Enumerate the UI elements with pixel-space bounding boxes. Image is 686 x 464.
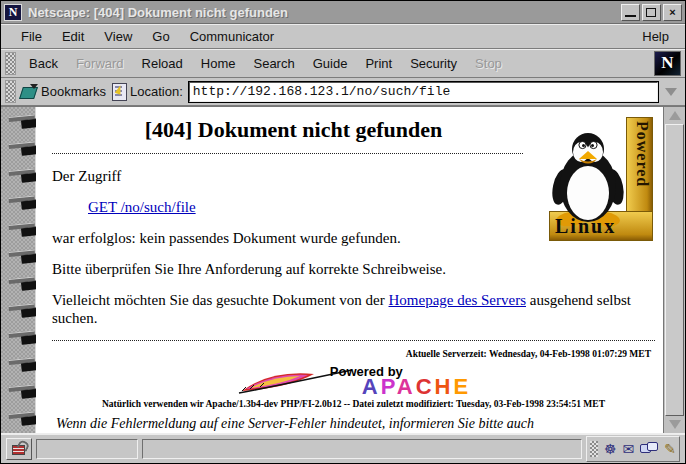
chevron-down-icon — [665, 88, 677, 96]
scrollbar-thumb[interactable] — [665, 124, 684, 416]
linux-powered-badge: Powered L — [549, 117, 653, 241]
netscape-logo-icon[interactable]: N — [654, 51, 681, 76]
arrow-up-icon — [669, 111, 681, 120]
menu-edit[interactable]: Edit — [52, 27, 94, 46]
apache-logo-text: Powered by APACHE — [328, 364, 471, 395]
discussions-icon[interactable] — [640, 442, 658, 457]
scroll-down-button[interactable] — [665, 417, 684, 432]
divider — [52, 340, 655, 341]
minimize-icon — [625, 15, 636, 17]
netscape-app-icon: N — [4, 4, 22, 21]
status-message-panel — [142, 439, 582, 459]
close-button[interactable]: × — [663, 4, 682, 21]
homepage-link[interactable]: Homepage des Servers — [389, 292, 526, 308]
badge-powered-label: Powered — [633, 121, 651, 187]
tux-penguin-icon — [551, 131, 627, 227]
security-button[interactable]: Security — [401, 53, 466, 74]
component-bar: ☸ ✉ ✎ — [586, 436, 680, 462]
url-dropdown-button[interactable] — [661, 81, 681, 103]
browser-content: Powered L — [1, 106, 685, 434]
badge-linux-label: Linux — [555, 215, 616, 238]
location-page-icon[interactable] — [112, 83, 127, 101]
print-button[interactable]: Print — [356, 53, 401, 74]
security-padlock-icon[interactable] — [6, 438, 32, 460]
url-input[interactable] — [189, 82, 658, 102]
bookmarks-icon — [20, 84, 38, 99]
apache-letter: A — [397, 374, 416, 399]
statusbar: ☸ ✉ ✎ — [1, 434, 685, 463]
suggest-before: Vielleicht möchten Sie das gesuchte Doku… — [52, 292, 389, 308]
apache-letter: E — [453, 374, 471, 399]
forward-button: Forward — [67, 53, 133, 74]
menu-go[interactable]: Go — [142, 27, 179, 46]
server-time: Aktuelle Serverzeit: Wednesday, 04-Feb-1… — [52, 349, 651, 359]
back-button[interactable]: Back — [20, 53, 67, 74]
bookmarks-label[interactable]: Bookmarks — [41, 84, 106, 99]
close-icon: × — [664, 5, 681, 20]
apache-letter: C — [416, 374, 435, 399]
apache-letter: A — [362, 374, 381, 399]
status-progress-panel — [36, 439, 138, 459]
locationbar-grip[interactable] — [5, 80, 16, 103]
web-page: Powered L — [36, 107, 663, 433]
location-label: Location: — [130, 84, 183, 99]
composer-icon[interactable]: ✎ — [664, 441, 676, 457]
vertical-scrollbar[interactable] — [663, 107, 685, 433]
divider — [52, 153, 523, 154]
reload-button[interactable]: Reload — [133, 53, 192, 74]
arrow-down-icon — [669, 420, 681, 429]
suggest-text: Vielleicht möchten Sie das gesuchte Doku… — [52, 291, 655, 327]
search-button[interactable]: Search — [244, 53, 303, 74]
navigation-toolbar: Back Forward Reload Home Search Guide Pr… — [1, 49, 685, 78]
menu-help[interactable]: Help — [636, 27, 675, 46]
footer-note: Wenn die Fehlermeldung auf eine Server-F… — [56, 415, 655, 433]
scroll-up-button[interactable] — [665, 108, 684, 123]
home-button[interactable]: Home — [192, 53, 245, 74]
apache-logo: Powered by APACHE — [52, 361, 655, 397]
menubar: File Edit View Go Communicator Help — [1, 24, 685, 49]
toolbar-grip[interactable] — [5, 52, 16, 75]
location-toolbar: Bookmarks Location: — [1, 78, 685, 106]
check-text: Bitte überprüfen Sie Ihre Anforderung au… — [52, 260, 655, 278]
stop-button: Stop — [466, 53, 511, 74]
guide-button[interactable]: Guide — [304, 53, 357, 74]
server-info: Natürlich verwenden wir Apache/1.3b4-dev… — [52, 399, 655, 409]
menu-communicator[interactable]: Communicator — [180, 27, 285, 46]
request-link[interactable]: GET /no/such/file — [88, 198, 196, 216]
titlebar[interactable]: N Netscape: [404] Dokument nicht gefunde… — [1, 1, 685, 24]
apache-letter: P — [381, 374, 397, 399]
footer-before: Wenn die Fehlermeldung auf eine Server-F… — [56, 416, 534, 431]
mailbox-icon[interactable]: ✉ — [623, 441, 635, 457]
menu-file[interactable]: File — [11, 27, 52, 46]
netscape-window: N Netscape: [404] Dokument nicht gefunde… — [0, 0, 686, 464]
spiral-binding-decoration — [1, 107, 36, 433]
minimize-button[interactable] — [621, 4, 640, 21]
page-title: [404] Dokument nicht gefunden — [52, 117, 535, 143]
apache-name: APACHE — [362, 379, 471, 395]
window-title: Netscape: [404] Dokument nicht gefunden — [28, 5, 619, 20]
apache-letter: H — [435, 374, 454, 399]
navigator-wheel-icon[interactable]: ☸ — [604, 441, 617, 457]
component-bar-grip[interactable] — [590, 441, 598, 457]
menu-view[interactable]: View — [94, 27, 142, 46]
maximize-icon — [646, 8, 656, 17]
maximize-button[interactable] — [642, 4, 661, 21]
